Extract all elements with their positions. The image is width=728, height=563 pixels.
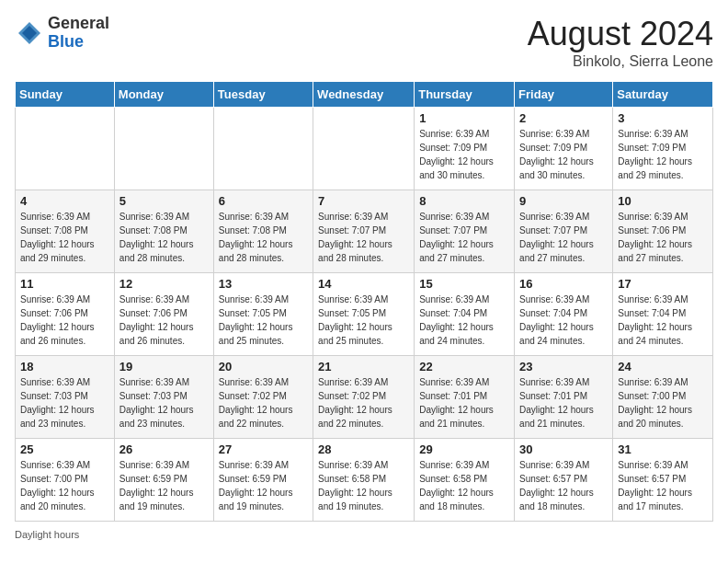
day-number: 18 <box>20 360 109 373</box>
day-number: 7 <box>318 194 409 208</box>
week-row-1: 1Sunrise: 6:39 AMSunset: 7:09 PMDaylight… <box>16 108 713 190</box>
day-cell: 9Sunrise: 6:39 AMSunset: 7:07 PMDaylight… <box>515 190 613 273</box>
day-cell: 25Sunrise: 6:39 AMSunset: 7:00 PMDayligh… <box>16 439 115 522</box>
day-info: Sunrise: 6:39 AMSunset: 7:04 PMDaylight:… <box>519 293 608 348</box>
day-cell: 21Sunrise: 6:39 AMSunset: 7:02 PMDayligh… <box>313 356 415 439</box>
day-cell: 4Sunrise: 6:39 AMSunset: 7:08 PMDaylight… <box>16 190 115 273</box>
calendar-header-row: SundayMondayTuesdayWednesdayThursdayFrid… <box>16 82 713 108</box>
day-cell <box>16 108 115 190</box>
day-info: Sunrise: 6:39 AMSunset: 7:08 PMDaylight:… <box>219 210 308 265</box>
day-info: Sunrise: 6:39 AMSunset: 7:09 PMDaylight:… <box>419 127 509 182</box>
column-header-tuesday: Tuesday <box>213 82 313 108</box>
location-subtitle: Binkolo, Sierra Leone <box>528 53 713 70</box>
day-cell: 8Sunrise: 6:39 AMSunset: 7:07 PMDaylight… <box>415 190 515 273</box>
day-cell: 30Sunrise: 6:39 AMSunset: 6:57 PMDayligh… <box>515 439 613 522</box>
day-cell: 18Sunrise: 6:39 AMSunset: 7:03 PMDayligh… <box>16 356 115 439</box>
day-info: Sunrise: 6:39 AMSunset: 7:03 PMDaylight:… <box>20 375 109 431</box>
day-cell: 20Sunrise: 6:39 AMSunset: 7:02 PMDayligh… <box>213 356 313 439</box>
page-header: General Blue August 2024 Binkolo, Sierra… <box>15 15 713 70</box>
day-info: Sunrise: 6:39 AMSunset: 7:00 PMDaylight:… <box>618 375 708 431</box>
day-number: 15 <box>419 277 509 291</box>
day-cell: 16Sunrise: 6:39 AMSunset: 7:04 PMDayligh… <box>515 273 613 356</box>
day-cell: 29Sunrise: 6:39 AMSunset: 6:58 PMDayligh… <box>415 439 515 522</box>
day-info: Sunrise: 6:39 AMSunset: 7:08 PMDaylight:… <box>20 210 109 265</box>
day-number: 20 <box>219 360 308 373</box>
column-header-monday: Monday <box>114 82 213 108</box>
day-info: Sunrise: 6:39 AMSunset: 7:03 PMDaylight:… <box>119 375 209 431</box>
day-info: Sunrise: 6:39 AMSunset: 7:02 PMDaylight:… <box>318 375 409 431</box>
day-cell: 11Sunrise: 6:39 AMSunset: 7:06 PMDayligh… <box>16 273 115 356</box>
logo: General Blue <box>15 15 109 52</box>
day-cell: 10Sunrise: 6:39 AMSunset: 7:06 PMDayligh… <box>613 190 713 273</box>
day-info: Sunrise: 6:39 AMSunset: 7:07 PMDaylight:… <box>318 210 409 265</box>
week-row-2: 4Sunrise: 6:39 AMSunset: 7:08 PMDaylight… <box>16 190 713 273</box>
day-cell: 13Sunrise: 6:39 AMSunset: 7:05 PMDayligh… <box>213 273 313 356</box>
day-number: 30 <box>519 442 608 456</box>
day-info: Sunrise: 6:39 AMSunset: 7:09 PMDaylight:… <box>618 127 708 182</box>
day-cell: 23Sunrise: 6:39 AMSunset: 7:01 PMDayligh… <box>515 356 613 439</box>
day-cell: 17Sunrise: 6:39 AMSunset: 7:04 PMDayligh… <box>613 273 713 356</box>
day-info: Sunrise: 6:39 AMSunset: 7:08 PMDaylight:… <box>119 210 209 265</box>
day-info: Sunrise: 6:39 AMSunset: 7:06 PMDaylight:… <box>119 293 209 348</box>
day-cell <box>213 108 313 190</box>
day-number: 5 <box>119 194 209 208</box>
day-number: 16 <box>519 277 608 291</box>
week-row-3: 11Sunrise: 6:39 AMSunset: 7:06 PMDayligh… <box>16 273 713 356</box>
day-cell: 2Sunrise: 6:39 AMSunset: 7:09 PMDaylight… <box>515 108 613 190</box>
day-number: 27 <box>219 442 308 456</box>
daylight-hours-label: Daylight hours <box>15 529 79 540</box>
day-number: 24 <box>618 360 708 373</box>
day-cell: 22Sunrise: 6:39 AMSunset: 7:01 PMDayligh… <box>415 356 515 439</box>
day-info: Sunrise: 6:39 AMSunset: 6:59 PMDaylight:… <box>219 458 308 513</box>
day-cell: 24Sunrise: 6:39 AMSunset: 7:00 PMDayligh… <box>613 356 713 439</box>
day-info: Sunrise: 6:39 AMSunset: 6:57 PMDaylight:… <box>618 458 708 513</box>
day-number: 10 <box>618 194 708 208</box>
week-row-5: 25Sunrise: 6:39 AMSunset: 7:00 PMDayligh… <box>16 439 713 522</box>
day-cell: 26Sunrise: 6:39 AMSunset: 6:59 PMDayligh… <box>114 439 213 522</box>
column-header-friday: Friday <box>515 82 613 108</box>
day-info: Sunrise: 6:39 AMSunset: 6:59 PMDaylight:… <box>119 458 209 513</box>
day-number: 11 <box>20 277 109 291</box>
day-number: 8 <box>419 194 509 208</box>
day-info: Sunrise: 6:39 AMSunset: 7:07 PMDaylight:… <box>419 210 509 265</box>
day-cell: 19Sunrise: 6:39 AMSunset: 7:03 PMDayligh… <box>114 356 213 439</box>
day-number: 3 <box>618 111 708 125</box>
day-cell: 27Sunrise: 6:39 AMSunset: 6:59 PMDayligh… <box>213 439 313 522</box>
day-cell: 1Sunrise: 6:39 AMSunset: 7:09 PMDaylight… <box>415 108 515 190</box>
logo-text: General Blue <box>48 15 109 52</box>
day-info: Sunrise: 6:39 AMSunset: 7:01 PMDaylight:… <box>419 375 509 431</box>
day-info: Sunrise: 6:39 AMSunset: 7:00 PMDaylight:… <box>20 458 109 513</box>
column-header-saturday: Saturday <box>613 82 713 108</box>
day-cell <box>313 108 415 190</box>
day-info: Sunrise: 6:39 AMSunset: 7:01 PMDaylight:… <box>519 375 608 431</box>
day-info: Sunrise: 6:39 AMSunset: 6:58 PMDaylight:… <box>419 458 509 513</box>
day-cell: 7Sunrise: 6:39 AMSunset: 7:07 PMDaylight… <box>313 190 415 273</box>
day-info: Sunrise: 6:39 AMSunset: 7:05 PMDaylight:… <box>219 293 308 348</box>
day-cell: 14Sunrise: 6:39 AMSunset: 7:05 PMDayligh… <box>313 273 415 356</box>
day-number: 2 <box>519 111 608 125</box>
day-number: 23 <box>519 360 608 373</box>
day-number: 6 <box>219 194 308 208</box>
day-number: 14 <box>318 277 409 291</box>
day-number: 19 <box>119 360 209 373</box>
day-info: Sunrise: 6:39 AMSunset: 6:58 PMDaylight:… <box>318 458 409 513</box>
day-number: 9 <box>519 194 608 208</box>
day-info: Sunrise: 6:39 AMSunset: 6:57 PMDaylight:… <box>519 458 608 513</box>
logo-icon <box>15 18 44 48</box>
day-number: 31 <box>618 442 708 456</box>
day-cell <box>114 108 213 190</box>
day-info: Sunrise: 6:39 AMSunset: 7:05 PMDaylight:… <box>318 293 409 348</box>
day-info: Sunrise: 6:39 AMSunset: 7:09 PMDaylight:… <box>519 127 608 182</box>
day-number: 21 <box>318 360 409 373</box>
footer-note: Daylight hours <box>15 529 713 540</box>
day-number: 22 <box>419 360 509 373</box>
day-info: Sunrise: 6:39 AMSunset: 7:07 PMDaylight:… <box>519 210 608 265</box>
day-info: Sunrise: 6:39 AMSunset: 7:04 PMDaylight:… <box>419 293 509 348</box>
day-number: 26 <box>119 442 209 456</box>
day-info: Sunrise: 6:39 AMSunset: 7:06 PMDaylight:… <box>20 293 109 348</box>
day-number: 13 <box>219 277 308 291</box>
day-cell: 3Sunrise: 6:39 AMSunset: 7:09 PMDaylight… <box>613 108 713 190</box>
title-block: August 2024 Binkolo, Sierra Leone <box>528 15 713 70</box>
day-number: 17 <box>618 277 708 291</box>
column-header-thursday: Thursday <box>415 82 515 108</box>
